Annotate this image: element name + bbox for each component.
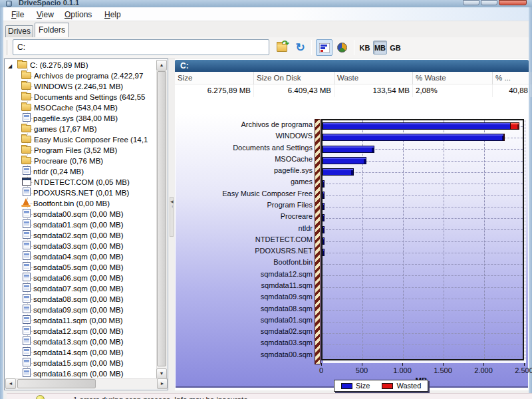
menu-file[interactable]: File — [9, 9, 27, 20]
scroll-up-icon[interactable]: ▲ — [156, 60, 167, 70]
tree-item[interactable]: ntldr (0,24 MB) — [5, 166, 157, 177]
tree-item[interactable]: sqmdata07.sqm (0,00 MB) — [5, 283, 157, 294]
menu-options[interactable]: Options — [62, 9, 94, 20]
stats-column-header[interactable]: % ... — [493, 72, 531, 84]
bar-chart-view-button[interactable] — [316, 39, 332, 56]
tree-item[interactable]: sqmdata04.sqm (0,00 MB) — [5, 251, 157, 262]
expander-icon[interactable]: ◢ — [8, 61, 17, 70]
unit-kb-button[interactable]: KB — [358, 41, 372, 55]
x-tick-mark — [483, 363, 484, 366]
file-icon — [23, 241, 31, 249]
wasted-bar[interactable] — [510, 122, 519, 130]
size-swatch-icon — [341, 383, 352, 389]
toolbar-grip[interactable] — [7, 40, 9, 55]
size-bar[interactable] — [323, 146, 374, 153]
v-scroll-thumb[interactable] — [157, 71, 166, 366]
tree-item[interactable]: PDOXUSRS.NET (0,01 MB) — [5, 188, 157, 198]
stats-column-header[interactable]: Waste — [334, 72, 413, 84]
unit-gb-button[interactable]: GB — [388, 41, 402, 55]
scroll-right-icon[interactable]: ► — [157, 378, 168, 389]
tree-item[interactable]: MSOCache (543,04 MB) — [5, 102, 157, 113]
tree-item[interactable]: ◢C: (6.275,89 MB) — [5, 60, 157, 70]
size-bar[interactable] — [323, 168, 354, 176]
chart-category-label: sqmdata09.sqm — [176, 291, 313, 303]
tree-item-label: sqmdata08.sqm (0,00 MB) — [33, 295, 124, 303]
legend-label-size: Size — [356, 382, 370, 390]
panel-splitter[interactable]: ◀⋮ — [169, 59, 174, 390]
tree-item[interactable]: Procreare (0,76 MB) — [5, 156, 157, 166]
horizontal-gridline — [323, 322, 523, 323]
stats-column-header[interactable]: Size On Disk — [254, 72, 334, 84]
size-bar[interactable] — [323, 203, 325, 210]
size-bar[interactable] — [323, 134, 505, 141]
tree-item[interactable]: sqmdata01.sqm (0,00 MB) — [5, 219, 157, 230]
stats-column-header[interactable]: Size — [175, 72, 254, 84]
plot-area — [321, 119, 524, 360]
tree-item[interactable]: sqmdata03.sqm (0,00 MB) — [5, 241, 157, 251]
close-button[interactable] — [499, 0, 527, 5]
menu-help[interactable]: Help — [102, 9, 124, 20]
size-bar[interactable] — [323, 122, 519, 130]
size-bar[interactable] — [323, 249, 325, 256]
file-icon — [23, 251, 31, 260]
horizontal-gridline — [323, 344, 523, 345]
tree-item[interactable]: Program Files (3,52 MB) — [5, 145, 157, 156]
tab-folders[interactable]: Folders — [35, 23, 69, 37]
scroll-down-icon[interactable]: ▼ — [156, 368, 167, 379]
tree-item[interactable]: games (17,67 MB) — [5, 124, 157, 134]
minimize-button[interactable] — [463, 0, 479, 5]
path-input[interactable] — [13, 39, 269, 55]
tree-item[interactable]: Archivos de programa (2.422,97 — [5, 70, 157, 81]
size-bar[interactable] — [323, 192, 325, 199]
horizontal-gridline — [323, 253, 523, 253]
tab-drives[interactable]: Drives — [5, 25, 33, 37]
wasted-swatch-icon — [382, 383, 393, 389]
x-tick-mark — [362, 363, 362, 366]
tree-item[interactable]: sqmdata15.sqm (0,00 MB) — [5, 358, 157, 368]
h-scroll-thumb[interactable] — [17, 379, 96, 388]
stats-column-header[interactable]: % Waste — [413, 72, 493, 84]
tree-item[interactable]: sqmdata12.sqm (0,00 MB) — [5, 326, 157, 336]
splitter-collapse-handle[interactable]: ◀⋮ — [170, 197, 174, 237]
open-folder-button[interactable]: ↷ — [273, 39, 290, 56]
maximize-button[interactable] — [481, 0, 497, 5]
file-icon — [23, 262, 31, 271]
tree-item[interactable]: Easy Music Composer Free (14,1 — [5, 134, 157, 145]
tree-item[interactable]: sqmdata09.sqm (0,00 MB) — [5, 305, 157, 315]
scroll-left-icon[interactable]: ◄ — [5, 378, 16, 389]
tree-item[interactable]: WINDOWS (2.246,91 MB) — [5, 81, 157, 92]
toolbar-separator-2 — [354, 40, 354, 55]
size-bar[interactable] — [323, 214, 325, 221]
size-bar[interactable] — [323, 237, 325, 245]
tree-item[interactable]: sqmdata02.sqm (0,00 MB) — [5, 230, 157, 241]
tree-item[interactable]: NTDETECT.COM (0,05 MB) — [5, 177, 157, 188]
tree-item[interactable]: sqmdata06.sqm (0,00 MB) — [5, 273, 157, 283]
chart-category-label: PDOXUSRS.NET — [176, 245, 313, 257]
tree-item[interactable]: pagefile.sys (384,00 MB) — [5, 113, 157, 124]
size-bar[interactable] — [323, 226, 325, 233]
tree-item[interactable]: Bootfont.bin (0,00 MB) — [5, 198, 157, 209]
tree-item[interactable]: sqmdata08.sqm (0,00 MB) — [5, 294, 157, 305]
title-bar[interactable]: DriveSpacio 0.1.1 — [0, 0, 532, 7]
tree-item[interactable]: sqmdata00.sqm (0,00 MB) — [5, 209, 157, 219]
tree-item[interactable]: sqmdata14.sqm (0,00 MB) — [5, 347, 157, 358]
tree-horizontal-scrollbar[interactable]: ◄ ► — [5, 378, 168, 389]
size-bar[interactable] — [323, 157, 366, 164]
pie-chart-view-button[interactable] — [334, 39, 350, 56]
wasted-bar[interactable] — [503, 134, 505, 141]
tree-item[interactable]: sqmdata05.sqm (0,00 MB) — [5, 262, 157, 273]
tree-item[interactable]: sqmdata11.sqm (0,00 MB) — [5, 315, 157, 326]
tree-item[interactable]: Documents and Settings (642,55 — [5, 92, 157, 102]
tree-vertical-scrollbar[interactable]: ▲ ▼ — [156, 60, 167, 379]
unit-mb-button[interactable]: MB — [373, 41, 387, 55]
tree-item-label: sqmdata07.sqm (0,00 MB) — [33, 285, 124, 293]
size-bar[interactable] — [323, 180, 325, 188]
y-axis-stripe — [315, 119, 321, 364]
menu-view[interactable]: View — [34, 9, 57, 20]
tree-item[interactable]: sqmdata16.sqm (0,00 MB) — [5, 368, 157, 379]
refresh-button[interactable]: ↻ — [292, 39, 309, 56]
tree-item-label: PDOXUSRS.NET (0,01 MB) — [33, 189, 129, 197]
status-bar: 1 errors during scan process. Info may b… — [7, 393, 532, 399]
tree-item[interactable]: sqmdata13.sqm (0,00 MB) — [5, 336, 157, 347]
x-tick-mark — [524, 363, 525, 366]
